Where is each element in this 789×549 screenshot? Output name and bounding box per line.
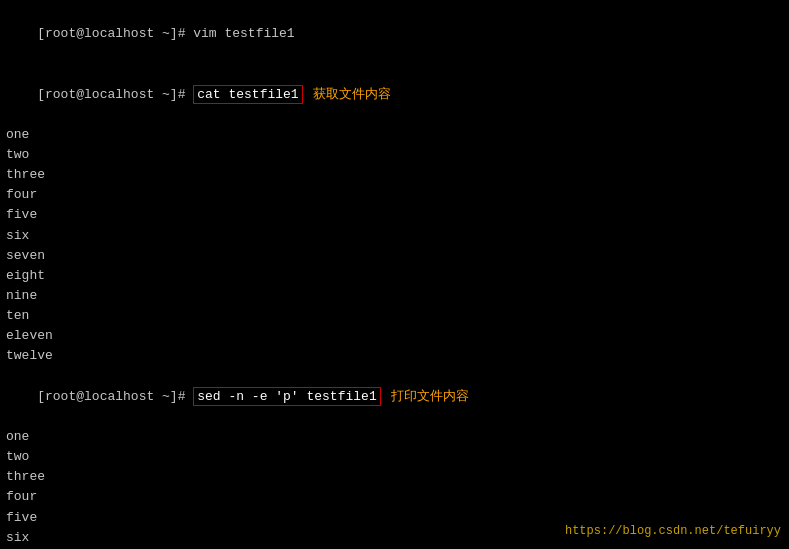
prompt-2: [root@localhost ~]# — [37, 87, 193, 102]
annotation-1: 获取文件内容 — [313, 87, 391, 102]
cmd2-box: cat testfile1 — [193, 85, 302, 104]
command-line-1: [root@localhost ~]# vim testfile1 — [6, 4, 783, 64]
output-line-5: five — [6, 205, 783, 225]
watermark-url: https://blog.csdn.net/tefuiryy — [565, 522, 781, 541]
output-line-3: three — [6, 165, 783, 185]
terminal-window: [root@localhost ~]# vim testfile1 [root@… — [0, 0, 789, 549]
output-line-12: twelve — [6, 346, 783, 366]
cmd3-box: sed -n -e 'p' testfile1 — [193, 387, 380, 406]
command-line-2: [root@localhost ~]# cat testfile1获取文件内容 — [6, 64, 783, 124]
output-line-9: nine — [6, 286, 783, 306]
output-line-6: six — [6, 226, 783, 246]
output-line-1: one — [6, 125, 783, 145]
output-line-4: four — [6, 185, 783, 205]
output-line-2: two — [6, 145, 783, 165]
output2-line-2: two — [6, 447, 783, 467]
output-line-8: eight — [6, 266, 783, 286]
output-line-11: eleven — [6, 326, 783, 346]
output-line-7: seven — [6, 246, 783, 266]
annotation-2: 打印文件内容 — [391, 389, 469, 404]
cmd1-text: vim testfile1 — [193, 26, 294, 41]
output-line-10: ten — [6, 306, 783, 326]
command-line-3: [root@localhost ~]# sed -n -e 'p' testfi… — [6, 367, 783, 427]
output2-line-1: one — [6, 427, 783, 447]
output2-line-4: four — [6, 487, 783, 507]
prompt-1: [root@localhost ~]# — [37, 26, 193, 41]
output2-line-3: three — [6, 467, 783, 487]
prompt-3: [root@localhost ~]# — [37, 389, 193, 404]
